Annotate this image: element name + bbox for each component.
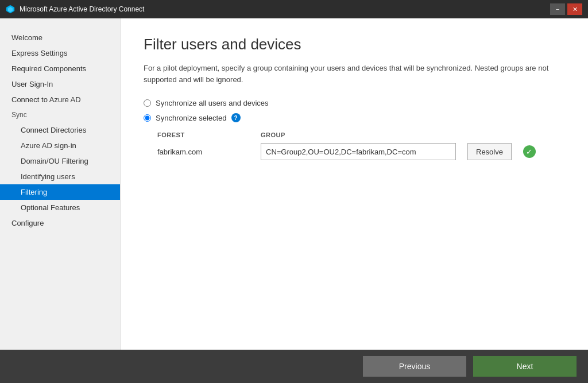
sidebar-item-required-components[interactable]: Required Components <box>0 61 120 76</box>
radio-all-option[interactable]: Synchronize all users and devices <box>144 99 565 107</box>
sidebar-item-user-sign-in[interactable]: User Sign-In <box>0 76 120 92</box>
sidebar-item-azure-ad-sign-in[interactable]: Azure AD sign-in <box>0 138 120 153</box>
app-container: WelcomeExpress SettingsRequired Componen… <box>0 18 588 350</box>
minimize-button[interactable]: − <box>550 3 565 15</box>
sync-all-radio[interactable] <box>144 99 151 107</box>
sync-all-label: Synchronize all users and devices <box>156 99 269 107</box>
description: For a pilot deployment, specify a group … <box>144 63 557 85</box>
titlebar: Microsoft Azure Active Directory Connect… <box>0 0 588 18</box>
sidebar-item-welcome[interactable]: Welcome <box>0 30 120 45</box>
group-table: FOREST GROUP fabrikam.com Resolve ✓ <box>157 131 565 160</box>
table-headers: FOREST GROUP <box>157 131 565 138</box>
check-icon: ✓ <box>523 145 536 158</box>
titlebar-controls: − ✕ <box>550 3 582 15</box>
radio-selected-option[interactable]: Synchronize selected ? <box>144 113 565 122</box>
sidebar: WelcomeExpress SettingsRequired Componen… <box>0 18 121 350</box>
group-input[interactable] <box>261 143 456 160</box>
next-button[interactable]: Next <box>473 356 577 377</box>
forest-value: fabrikam.com <box>157 148 249 156</box>
bottom-bar: Previous Next <box>0 350 588 383</box>
sidebar-item-identifying-users[interactable]: Identifying users <box>0 169 120 184</box>
sidebar-item-configure[interactable]: Configure <box>0 215 120 231</box>
group-header: GROUP <box>261 131 456 138</box>
sync-selected-radio[interactable] <box>144 114 151 122</box>
page-title: Filter users and devices <box>144 36 565 53</box>
sync-selected-label: Synchronize selected <box>156 114 227 122</box>
resolve-button[interactable]: Resolve <box>467 143 512 160</box>
previous-button[interactable]: Previous <box>363 356 466 377</box>
sidebar-item-filtering[interactable]: Filtering <box>0 184 120 200</box>
sidebar-item-express-settings[interactable]: Express Settings <box>0 45 120 61</box>
main-content: Filter users and devices For a pilot dep… <box>121 18 588 350</box>
sidebar-item-connect-azure-ad[interactable]: Connect to Azure AD <box>0 92 120 107</box>
titlebar-title: Microsoft Azure Active Directory Connect <box>20 5 546 13</box>
sidebar-item-domain-ou-filtering[interactable]: Domain/OU Filtering <box>0 153 120 169</box>
sidebar-item-sync: Sync <box>0 107 120 122</box>
sidebar-item-optional-features[interactable]: Optional Features <box>0 200 120 215</box>
forest-header: FOREST <box>157 131 249 138</box>
app-icon <box>6 5 15 14</box>
sidebar-item-connect-directories[interactable]: Connect Directories <box>0 122 120 138</box>
close-button[interactable]: ✕ <box>567 3 582 15</box>
table-row: fabrikam.com Resolve ✓ <box>157 143 565 160</box>
info-icon[interactable]: ? <box>231 113 241 122</box>
